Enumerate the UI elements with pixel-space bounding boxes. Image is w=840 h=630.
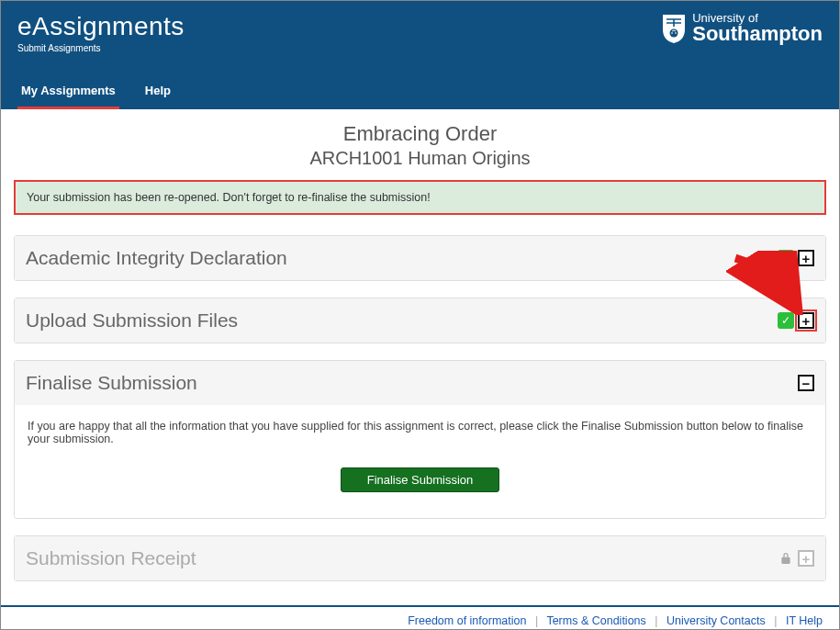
panel-upload-header[interactable]: Upload Submission Files ✓ +	[15, 298, 825, 343]
assignment-title: Embracing Order	[14, 122, 826, 146]
panel-upload-title: Upload Submission Files	[26, 309, 238, 332]
expand-icon[interactable]: +	[798, 312, 814, 329]
page-heading: Embracing Order ARCH1001 Human Origins	[14, 122, 826, 169]
main-nav: My Assignments Help	[17, 74, 174, 109]
panel-receipt-header[interactable]: Submission Receipt +	[15, 536, 825, 580]
panel-receipt-icons: +	[778, 550, 814, 567]
expand-icon[interactable]: +	[798, 250, 814, 266]
check-icon: ✓	[778, 312, 794, 329]
panel-integrity-icons: ✓ +	[778, 250, 814, 266]
panel-receipt: Submission Receipt +	[14, 535, 826, 581]
lock-icon	[778, 550, 794, 567]
app-header: eAssignments Submit Assignments Universi…	[1, 1, 839, 109]
panel-finalise-header[interactable]: Finalise Submission −	[15, 361, 825, 405]
panel-integrity-title: Academic Integrity Declaration	[26, 247, 287, 269]
finalise-instruction: If you are happy that all the informatio…	[28, 420, 812, 445]
footer-foi-link[interactable]: Freedom of information	[408, 614, 526, 627]
finalise-button[interactable]: Finalise Submission	[341, 467, 500, 492]
expand-icon[interactable]: +	[798, 550, 814, 567]
panel-receipt-title: Submission Receipt	[26, 547, 196, 569]
collapse-icon[interactable]: −	[798, 375, 814, 391]
footer: Freedom of information | Terms & Conditi…	[1, 607, 839, 630]
footer-terms-link[interactable]: Terms & Conditions	[546, 614, 645, 627]
nav-my-assignments[interactable]: My Assignments	[17, 74, 119, 109]
panel-upload-icons: ✓ +	[778, 312, 814, 329]
panel-integrity-header[interactable]: Academic Integrity Declaration ✓ +	[15, 236, 825, 280]
panel-finalise-icons: −	[798, 375, 814, 391]
panel-integrity: Academic Integrity Declaration ✓ +	[14, 235, 826, 281]
university-logo: University of Southampton	[661, 12, 823, 44]
footer-ithelp-link[interactable]: IT Help	[786, 614, 823, 627]
shield-icon	[661, 13, 687, 44]
course-title: ARCH1001 Human Origins	[14, 148, 826, 169]
nav-help[interactable]: Help	[141, 74, 174, 109]
panel-finalise-title: Finalise Submission	[26, 372, 197, 394]
logo-text: University of Southampton	[692, 12, 823, 44]
panel-finalise-body: If you are happy that all the informatio…	[15, 405, 825, 518]
footer-contacts-link[interactable]: University Contacts	[666, 614, 766, 627]
panel-upload: Upload Submission Files ✓ +	[14, 298, 826, 343]
reopen-alert: Your submission has been re-opened. Don'…	[14, 180, 826, 215]
main-content: Embracing Order ARCH1001 Human Origins Y…	[1, 109, 839, 605]
panel-finalise: Finalise Submission − If you are happy t…	[14, 360, 826, 519]
check-icon: ✓	[778, 250, 794, 266]
